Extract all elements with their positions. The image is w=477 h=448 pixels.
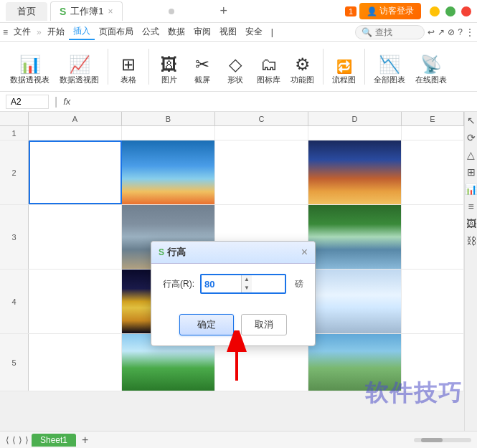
- formula-input[interactable]: [73, 97, 471, 107]
- nav-prev-icon[interactable]: ⟨: [6, 435, 9, 445]
- dialog-close-button[interactable]: ×: [301, 246, 308, 259]
- cell-e4[interactable]: [402, 270, 464, 333]
- help-icon[interactable]: ?: [458, 27, 463, 37]
- col-header-e[interactable]: E: [402, 112, 464, 125]
- cancel-icon[interactable]: ⊘: [448, 27, 455, 37]
- undo-icon[interactable]: ↩: [428, 27, 435, 37]
- dialog-ok-button[interactable]: 确定: [179, 314, 234, 335]
- cell-a1[interactable]: [29, 126, 122, 140]
- horizontal-scrollbar[interactable]: [414, 438, 471, 442]
- menu-security[interactable]: 安全: [241, 24, 267, 39]
- triangle-icon[interactable]: △: [467, 149, 475, 161]
- cell-c1[interactable]: [215, 126, 308, 140]
- row-header-3[interactable]: 3: [0, 205, 29, 269]
- ribbon-flow[interactable]: 🔁 流程图: [328, 57, 360, 88]
- row-header-5[interactable]: 5: [0, 334, 29, 391]
- cell-d1[interactable]: [308, 126, 402, 140]
- col-header-d[interactable]: D: [308, 112, 402, 125]
- sheet-close-icon[interactable]: ×: [108, 6, 113, 16]
- cell-d3[interactable]: [308, 205, 402, 269]
- search-box[interactable]: 🔍: [355, 25, 425, 39]
- ribbon-pivot-chart[interactable]: 📈 数据透视图: [55, 53, 103, 88]
- minimize-button[interactable]: [430, 6, 440, 16]
- menu-insert[interactable]: 插入: [69, 24, 95, 40]
- cell-a5[interactable]: [29, 334, 122, 391]
- col-header-b[interactable]: B: [122, 112, 215, 125]
- redo-icon[interactable]: ↗: [438, 27, 445, 37]
- screenshot-icon: ✂: [195, 56, 209, 73]
- nav-next-icon[interactable]: ⟩: [19, 435, 22, 445]
- menu-review[interactable]: 审阅: [189, 24, 215, 39]
- ribbon-pivot-table[interactable]: 📊 数据透视表: [6, 53, 54, 88]
- link-right-icon[interactable]: ⛓: [466, 235, 476, 247]
- ribbon-shape[interactable]: ◇ 形状: [219, 53, 251, 88]
- cell-c2[interactable]: [215, 140, 308, 204]
- search-input[interactable]: [375, 27, 418, 37]
- ribbon-all-charts[interactable]: 📉 全部图表: [369, 53, 410, 88]
- menu-formula[interactable]: 公式: [138, 24, 164, 39]
- cell-e5[interactable]: [402, 334, 464, 391]
- dialog-unit: 磅: [295, 278, 303, 290]
- cursor-icon[interactable]: ↖: [467, 115, 476, 126]
- cell-e2[interactable]: [402, 140, 464, 204]
- spinner-down-button[interactable]: ▼: [242, 284, 252, 292]
- search-icon: 🔍: [362, 27, 372, 37]
- cell-d2[interactable]: [308, 140, 402, 204]
- menu-data[interactable]: 数据: [164, 24, 189, 39]
- cell-a2[interactable]: [29, 140, 122, 204]
- ribbon-icon-lib[interactable]: 🗂 图标库: [252, 53, 285, 88]
- dialog-cancel-button[interactable]: 取消: [241, 314, 287, 335]
- row-header-1[interactable]: 1: [0, 126, 29, 140]
- cell-e3[interactable]: [402, 205, 464, 269]
- flow-label: 流程图: [332, 75, 356, 85]
- tab-sheet[interactable]: S 工作簿1 ×: [50, 1, 123, 21]
- cell-d5[interactable]: [308, 334, 402, 391]
- cell-e1[interactable]: [402, 126, 464, 140]
- col-header-c[interactable]: C: [215, 112, 308, 125]
- spinner-up-button[interactable]: ▲: [242, 275, 252, 284]
- ribbon-table[interactable]: ⊞ 表格: [113, 53, 144, 88]
- tab-home[interactable]: 首页: [6, 2, 47, 21]
- ribbon-online-chart[interactable]: 📡 在线图表: [411, 53, 451, 88]
- row-header-2[interactable]: 2: [0, 140, 29, 204]
- cell-a3[interactable]: [29, 205, 122, 269]
- menu-more[interactable]: |: [267, 26, 278, 39]
- cell-a4[interactable]: [29, 270, 122, 333]
- ribbon-picture[interactable]: 🖼 图片: [154, 53, 185, 88]
- new-tab-button[interactable]: +: [220, 4, 228, 19]
- menu-hamburger-icon[interactable]: ≡: [3, 27, 8, 37]
- ribbon-separator-3: [323, 49, 323, 85]
- formula-icon[interactable]: fx: [63, 96, 70, 107]
- cell-reference[interactable]: A2: [6, 95, 49, 109]
- refresh-icon[interactable]: ⟳: [467, 132, 476, 143]
- chart-right-icon[interactable]: 📊: [465, 184, 477, 195]
- scroll-thumb[interactable]: [421, 438, 443, 442]
- row-height-input[interactable]: [202, 277, 241, 291]
- login-button[interactable]: 👤 访客登录: [359, 3, 421, 19]
- image-right-icon[interactable]: 🖼: [466, 218, 476, 229]
- grid-icon[interactable]: ⊞: [467, 166, 476, 178]
- row-height-dialog[interactable]: S 行高 × 行高(R): ▲ ▼ 磅: [151, 241, 316, 346]
- ribbon-func-chart[interactable]: ⚙ 功能图: [286, 53, 318, 88]
- dialog-input-wrap: ▲ ▼: [200, 274, 286, 294]
- ribbon-separator-4: [364, 49, 365, 85]
- titlebar-dot: [169, 9, 174, 14]
- sheet-tab-1[interactable]: Sheet1: [32, 434, 76, 447]
- col-header-a[interactable]: A: [29, 112, 122, 125]
- cell-b2[interactable]: [122, 140, 215, 204]
- bar-right-icon[interactable]: ≡: [468, 201, 473, 212]
- nav-first-icon[interactable]: ⟨: [12, 435, 16, 445]
- menu-file[interactable]: 文件: [9, 24, 35, 39]
- ribbon-screenshot[interactable]: ✂ 截屏: [186, 53, 218, 88]
- row-header-4[interactable]: 4: [0, 270, 29, 333]
- menu-start[interactable]: 开始: [43, 24, 69, 39]
- close-button[interactable]: [461, 6, 471, 16]
- cell-d4[interactable]: [308, 270, 402, 333]
- maximize-button[interactable]: [445, 6, 455, 16]
- menu-page-layout[interactable]: 页面布局: [95, 24, 138, 39]
- menu-view[interactable]: 视图: [215, 24, 241, 39]
- more-icon[interactable]: ⋮: [466, 27, 474, 37]
- cell-b1[interactable]: [122, 126, 215, 140]
- nav-last-icon[interactable]: ⟩: [25, 435, 29, 445]
- add-sheet-button[interactable]: +: [82, 434, 88, 447]
